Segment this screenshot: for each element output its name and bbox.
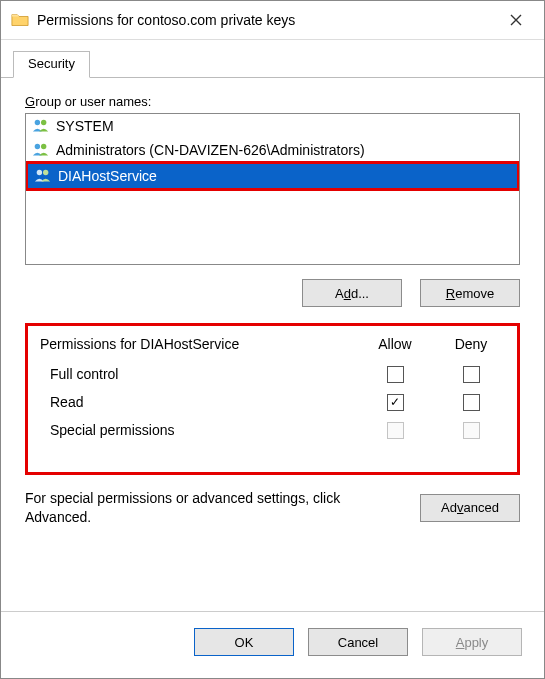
btn-text: emove (455, 286, 494, 301)
column-deny: Deny (433, 336, 509, 352)
accel-char: d (344, 286, 351, 301)
btn-text: A (335, 286, 344, 301)
deny-checkbox (463, 422, 480, 439)
permissions-header: Permissions for DIAHostService Allow Den… (40, 336, 509, 352)
svg-point-5 (43, 170, 48, 175)
apply-button[interactable]: Apply (422, 628, 522, 656)
permissions-title: Permissions for DIAHostService (40, 336, 357, 352)
accel-char: R (446, 286, 455, 301)
list-item[interactable]: Administrators (CN-DAVIZEN-626\Administr… (26, 138, 519, 162)
svg-point-1 (41, 120, 46, 125)
close-button[interactable] (494, 6, 538, 34)
permission-name: Read (50, 394, 357, 410)
permissions-dialog: Permissions for contoso.com private keys… (0, 0, 545, 679)
column-allow: Allow (357, 336, 433, 352)
list-item-label: DIAHostService (58, 168, 157, 184)
svg-point-4 (37, 170, 42, 175)
tab-strip: Security (1, 40, 544, 78)
btn-text: Ad (441, 500, 457, 515)
allow-checkbox (387, 422, 404, 439)
annotation-highlight: Permissions for DIAHostService Allow Den… (25, 323, 520, 475)
permission-name: Special permissions (50, 422, 357, 438)
remove-button[interactable]: Remove (420, 279, 520, 307)
permission-row: Read ✓ (36, 388, 509, 416)
allow-checkbox[interactable] (387, 366, 404, 383)
add-button[interactable]: Add... (302, 279, 402, 307)
allow-checkbox[interactable]: ✓ (387, 394, 404, 411)
svg-point-2 (35, 144, 40, 149)
svg-point-3 (41, 144, 46, 149)
tab-security[interactable]: Security (13, 51, 90, 78)
btn-text: pply (464, 635, 488, 650)
annotation-highlight: DIAHostService (25, 161, 520, 191)
permission-name: Full control (50, 366, 357, 382)
btn-text: d... (351, 286, 369, 301)
users-icon (34, 168, 52, 184)
user-buttons-row: Add... Remove (25, 279, 520, 307)
list-item[interactable]: SYSTEM (26, 114, 519, 138)
window-title: Permissions for contoso.com private keys (37, 12, 494, 28)
btn-text: anced (463, 500, 498, 515)
deny-checkbox[interactable] (463, 394, 480, 411)
list-item-label: SYSTEM (56, 118, 114, 134)
advanced-row: For special permissions or advanced sett… (25, 489, 520, 527)
security-pane: Group or user names: SYSTEM (1, 78, 544, 611)
permission-row: Special permissions (36, 416, 509, 444)
list-item[interactable]: DIAHostService (28, 164, 517, 188)
group-users-listbox[interactable]: SYSTEM Administrators (CN-DAVIZEN-626\Ad… (25, 113, 520, 265)
folder-icon (11, 12, 29, 28)
permission-row: Full control (36, 360, 509, 388)
advanced-hint: For special permissions or advanced sett… (25, 489, 400, 527)
users-icon (32, 118, 50, 134)
users-icon (32, 142, 50, 158)
svg-point-0 (35, 120, 40, 125)
label-text: roup or user names: (35, 94, 151, 109)
list-item-label: Administrators (CN-DAVIZEN-626\Administr… (56, 142, 365, 158)
group-users-label: Group or user names: (25, 94, 520, 109)
accel-char: G (25, 94, 35, 109)
dialog-footer: OK Cancel Apply (1, 611, 544, 678)
deny-checkbox[interactable] (463, 366, 480, 383)
cancel-button[interactable]: Cancel (308, 628, 408, 656)
advanced-button[interactable]: Advanced (420, 494, 520, 522)
ok-button[interactable]: OK (194, 628, 294, 656)
titlebar: Permissions for contoso.com private keys (1, 1, 544, 40)
